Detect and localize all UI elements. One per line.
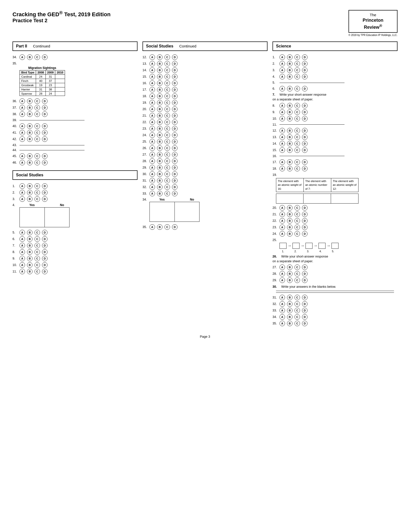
bubble-b[interactable]: B [157, 171, 162, 177]
bubble-a[interactable]: A [20, 160, 25, 165]
bubble-c[interactable]: C [34, 183, 40, 189]
bubble-b[interactable]: B [287, 159, 292, 165]
bubble-a[interactable]: A [280, 103, 285, 108]
bubble-b[interactable]: B [27, 111, 32, 117]
bubble-c[interactable]: C [164, 93, 170, 99]
bubble-c[interactable]: C [294, 231, 300, 237]
bubble-b[interactable]: B [287, 308, 292, 313]
bubble-b[interactable]: B [287, 166, 292, 171]
bubble-d[interactable]: D [302, 265, 308, 270]
bubble-d[interactable]: D [42, 262, 48, 268]
bubble-c[interactable]: C [294, 314, 300, 320]
bubble-c[interactable]: C [164, 178, 170, 183]
bubble-b[interactable]: B [27, 130, 32, 135]
bubble-c[interactable]: C [164, 74, 170, 79]
bubble-b[interactable]: B [287, 301, 292, 307]
bubble-d[interactable]: D [42, 98, 48, 104]
bubble-c[interactable]: C [294, 277, 300, 283]
bubble-d[interactable]: D [42, 105, 48, 110]
bubble-a[interactable]: A [280, 109, 285, 115]
bubble-a[interactable]: A [280, 265, 285, 270]
bubble-a[interactable]: A [280, 116, 285, 121]
bubble-d[interactable]: D [172, 113, 178, 118]
bubble-a[interactable]: A [280, 159, 285, 165]
bubble-d[interactable]: D [172, 74, 178, 79]
bubble-c[interactable]: C [34, 262, 40, 268]
bubble-a[interactable]: A [20, 236, 25, 242]
bubble-c[interactable]: C [294, 141, 300, 146]
bubble-a[interactable]: A [20, 183, 25, 189]
bubble-c[interactable]: C [34, 190, 40, 195]
bubble-a[interactable]: A [150, 184, 155, 190]
bubble-b[interactable]: B [27, 256, 32, 261]
bubble-d[interactable]: D [42, 160, 48, 165]
bubble-a[interactable]: A [280, 321, 285, 326]
bubble-b[interactable]: B [287, 212, 292, 217]
bubble-c[interactable]: C [294, 54, 300, 60]
bubble-d[interactable]: D [302, 277, 308, 283]
bubble-c[interactable]: C [294, 271, 300, 276]
bubble-d[interactable]: D [302, 103, 308, 108]
bubble-b[interactable]: B [157, 67, 162, 73]
bubble-d[interactable]: D [302, 321, 308, 326]
bubble-d[interactable]: D [172, 106, 178, 112]
bubble-c[interactable]: C [34, 230, 40, 235]
bubble-d[interactable]: D [172, 152, 178, 157]
bubble-b[interactable]: B [157, 152, 162, 157]
bubble-b[interactable]: B [157, 126, 162, 131]
bubble-a[interactable]: A [150, 61, 155, 66]
bubble-c[interactable]: C [294, 265, 300, 270]
bubble-a[interactable]: A [280, 218, 285, 224]
bubble-c[interactable]: C [294, 308, 300, 313]
bubble-c[interactable]: C [294, 74, 300, 79]
bubble-d[interactable]: D [172, 93, 178, 99]
bubble-a[interactable]: A [280, 67, 285, 73]
bubble-c[interactable]: C [164, 158, 170, 164]
bubble-b[interactable]: B [287, 295, 292, 300]
bubble-c[interactable]: C [294, 103, 300, 108]
bubble-b[interactable]: B [287, 271, 292, 276]
bubble-a[interactable]: A [20, 269, 25, 274]
bubble-b[interactable]: B [27, 153, 32, 159]
bubble-c[interactable]: C [164, 106, 170, 112]
bubble-d[interactable]: D [42, 230, 48, 235]
bubble-d[interactable]: D [172, 171, 178, 177]
bubble-d[interactable]: D [302, 212, 308, 217]
bubble-d[interactable]: D [172, 184, 178, 190]
bubble-b[interactable]: B [157, 139, 162, 144]
bubble-a[interactable]: A [150, 126, 155, 131]
bubble-d[interactable]: D [302, 205, 308, 211]
bubble-d[interactable]: D [172, 87, 178, 92]
bubble-a[interactable]: A [20, 136, 25, 142]
bubble-a[interactable]: A [150, 100, 155, 105]
bubble-b[interactable]: B [287, 103, 292, 108]
bubble-d[interactable]: D [172, 54, 178, 60]
bubble-d[interactable]: D [302, 141, 308, 146]
bubble-a[interactable]: A [280, 86, 285, 91]
bubble-a[interactable]: A [280, 166, 285, 171]
flow-box-5[interactable] [332, 243, 338, 249]
bubble-c[interactable]: C [294, 218, 300, 224]
bubble-a[interactable]: A [150, 119, 155, 125]
bubble-b[interactable]: B [27, 54, 32, 60]
bubble-a[interactable]: A [280, 301, 285, 307]
bubble-a[interactable]: A [280, 74, 285, 79]
bubble-a[interactable]: A [280, 134, 285, 140]
bubble-d[interactable]: D [302, 86, 308, 91]
bubble-a[interactable]: A [280, 314, 285, 320]
bubble-d[interactable]: D [42, 183, 48, 189]
bubble-a[interactable]: A [150, 74, 155, 79]
bubble-d[interactable]: D [42, 136, 48, 142]
bubble-a[interactable]: A [280, 205, 285, 211]
bubble-d[interactable]: D [172, 132, 178, 138]
bubble-b[interactable]: B [27, 262, 32, 268]
bubble-d[interactable]: D [42, 123, 48, 129]
bubble-d[interactable]: D [42, 269, 48, 274]
bubble-a[interactable]: A [150, 191, 155, 196]
bubble-a[interactable]: A [280, 212, 285, 217]
bubble-c[interactable]: C [164, 184, 170, 190]
bubble-c[interactable]: C [164, 100, 170, 105]
bubble-d[interactable]: D [42, 130, 48, 135]
bubble-c[interactable]: C [164, 152, 170, 157]
bubble-c[interactable]: C [164, 87, 170, 92]
